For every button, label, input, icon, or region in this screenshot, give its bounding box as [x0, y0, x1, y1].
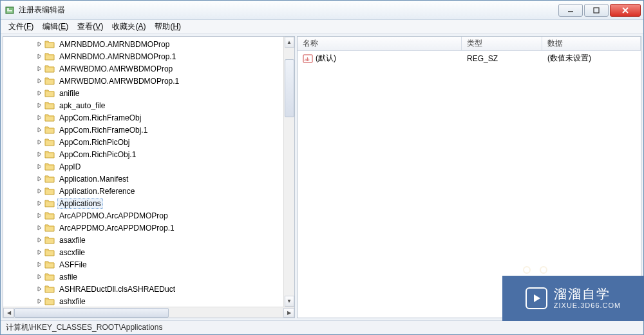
expander-icon[interactable] [35, 90, 43, 97]
svg-marker-18 [38, 164, 41, 169]
column-type[interactable]: 类型 [462, 37, 542, 50]
expander-icon[interactable] [35, 187, 43, 195]
tree-item-label: ascxfile [57, 247, 87, 258]
tree-item[interactable]: AppCom.RichPicObj [3, 136, 294, 148]
tree-item[interactable]: Applications [3, 197, 294, 209]
tree-item[interactable]: asaxfile [3, 234, 294, 246]
tree-item-label: ArcAPPDMO.ArcAPPDMOProp [57, 211, 170, 221]
tree-item[interactable]: ASFFile [3, 258, 294, 271]
svg-marker-26 [38, 262, 41, 267]
svg-marker-22 [38, 213, 41, 218]
menu-edit[interactable]: 编辑(E) [39, 20, 72, 34]
expander-icon[interactable] [35, 53, 43, 61]
tree-item[interactable]: Application.Manifest [3, 173, 294, 185]
expander-icon[interactable] [35, 261, 43, 269]
app-icon [5, 5, 15, 15]
scroll-up-button[interactable]: ▲ [285, 37, 294, 48]
values-header: 名称 类型 数据 [298, 37, 641, 51]
folder-icon [44, 273, 55, 281]
tree-item[interactable]: ArcAPPDMO.ArcAPPDMOProp.1 [3, 222, 294, 234]
registry-tree[interactable]: AMRNBDMO.AMRNBDMOPropAMRNBDMO.AMRNBDMOPr… [3, 37, 294, 307]
expander-icon[interactable] [35, 200, 43, 207]
tree-item[interactable]: asfile [3, 271, 294, 283]
svg-marker-23 [38, 225, 41, 230]
tree-item[interactable]: AppID [3, 160, 294, 173]
play-icon [526, 287, 547, 309]
tree-item-label: AMRNBDMO.AMRNBDMOProp.1 [57, 52, 178, 62]
expander-icon[interactable] [35, 139, 43, 146]
expander-icon[interactable] [35, 249, 43, 256]
tree-item[interactable]: ascxfile [3, 246, 294, 258]
tree-item-label: ArcAPPDMO.ArcAPPDMOProp.1 [57, 223, 176, 233]
column-name[interactable]: 名称 [298, 37, 462, 50]
tree-item-label: AMRWBDMO.AMRWBDMOProp [57, 64, 175, 74]
expander-icon[interactable] [35, 175, 43, 183]
expander-icon[interactable] [35, 236, 43, 244]
minimize-button[interactable] [558, 4, 583, 17]
tree-item[interactable]: ashxfile [3, 295, 294, 307]
folder-icon [44, 285, 55, 293]
tree-item[interactable]: AppCom.RichFrameObj.1 [3, 124, 294, 136]
tree-pane: AMRNBDMO.AMRNBDMOPropAMRNBDMO.AMRNBDMOPr… [3, 36, 295, 318]
tree-item-label: ASFFile [57, 260, 89, 270]
svg-text:ab: ab [305, 57, 310, 62]
tree-vertical-scrollbar[interactable]: ▲ ▼ [283, 37, 294, 307]
expander-icon[interactable] [35, 102, 43, 110]
svg-marker-21 [38, 201, 41, 206]
registry-editor-window: 注册表编辑器 文件(F) 编辑(E) 查看(V) 收藏夹(A) 帮助(H) AM… [0, 0, 644, 335]
tree-item[interactable]: apk_auto_file [3, 99, 294, 111]
column-data[interactable]: 数据 [542, 37, 641, 50]
tree-item[interactable]: AMRNBDMO.AMRNBDMOProp [3, 38, 294, 50]
folder-icon [44, 101, 55, 110]
svg-marker-17 [38, 152, 41, 157]
expander-icon[interactable] [35, 77, 43, 85]
expander-icon[interactable] [35, 298, 43, 305]
tree-horizontal-scrollbar[interactable]: ◀ ▶ [3, 307, 294, 318]
expander-icon[interactable] [35, 285, 43, 293]
scroll-track[interactable] [285, 48, 294, 296]
tree-item[interactable]: AMRNBDMO.AMRNBDMOProp.1 [3, 50, 294, 62]
tree-item[interactable]: Application.Reference [3, 185, 294, 197]
expander-icon[interactable] [35, 126, 43, 134]
expander-icon[interactable] [35, 151, 43, 158]
scroll-down-button[interactable]: ▼ [285, 296, 294, 307]
scroll-thumb[interactable] [14, 308, 169, 318]
watermark: 溜溜自学 ZIXUE.3D66.COM [502, 276, 644, 321]
statusbar: 计算机\HKEY_CLASSES_ROOT\Applications [1, 320, 643, 334]
scroll-left-button[interactable]: ◀ [3, 308, 14, 318]
tree-item-label: ASHRAEDuctDll.clsASHRAEDuct [57, 284, 177, 294]
expander-icon[interactable] [35, 41, 43, 48]
tree-item-label: anifile [57, 88, 81, 99]
svg-marker-15 [38, 128, 41, 132]
menu-file[interactable]: 文件(F) [5, 20, 37, 34]
value-name: (默认) [316, 53, 336, 64]
scroll-thumb[interactable] [285, 59, 294, 117]
value-row[interactable]: ab (默认) REG_SZ (数值未设置) [298, 52, 641, 64]
tree-item[interactable]: ArcAPPDMO.ArcAPPDMOProp [3, 209, 294, 222]
expander-icon[interactable] [35, 212, 43, 220]
expander-icon[interactable] [35, 163, 43, 171]
scroll-track[interactable] [14, 308, 283, 318]
expander-icon[interactable] [35, 273, 43, 281]
folder-icon [44, 52, 55, 61]
expander-icon[interactable] [35, 114, 43, 122]
close-button[interactable] [610, 4, 641, 17]
menu-help[interactable]: 帮助(H) [151, 20, 185, 34]
tree-item[interactable]: AMRWBDMO.AMRWBDMOProp.1 [3, 75, 294, 87]
menu-view[interactable]: 查看(V) [73, 20, 107, 34]
tree-item-label: AppCom.RichPicObj.1 [57, 149, 138, 160]
maximize-button[interactable] [584, 4, 609, 17]
tree-item[interactable]: AMRWBDMO.AMRWBDMOProp [3, 62, 294, 75]
tree-item[interactable]: anifile [3, 87, 294, 99]
folder-icon [44, 297, 55, 305]
menu-favorites[interactable]: 收藏夹(A) [108, 20, 149, 34]
folder-icon [44, 138, 55, 146]
tree-item[interactable]: AppCom.RichPicObj.1 [3, 148, 294, 160]
tree-item[interactable]: ASHRAEDuctDll.clsASHRAEDuct [3, 283, 294, 295]
expander-icon[interactable] [35, 224, 43, 232]
scroll-right-button[interactable]: ▶ [283, 308, 294, 318]
expander-icon[interactable] [35, 65, 43, 73]
folder-icon [44, 126, 55, 134]
svg-marker-12 [38, 91, 41, 95]
tree-item[interactable]: AppCom.RichFrameObj [3, 111, 294, 124]
